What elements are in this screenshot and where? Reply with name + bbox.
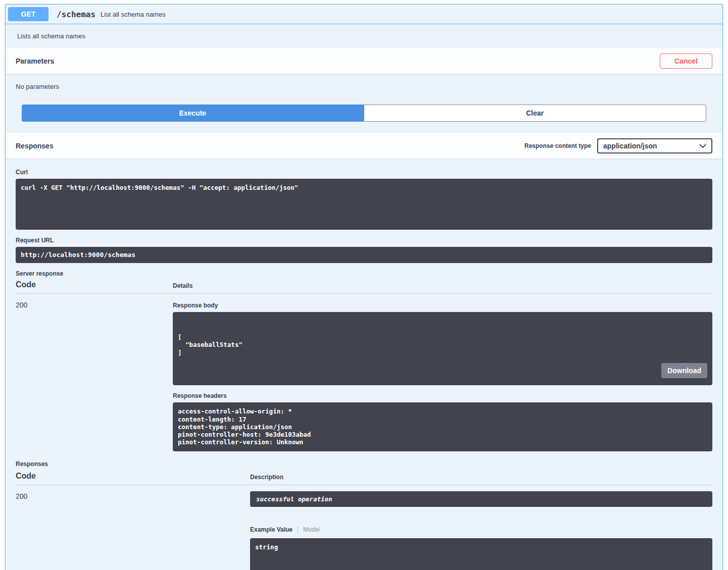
model-example-tabs: Example Value Model: [250, 526, 712, 533]
parameters-title: Parameters: [16, 57, 54, 65]
documented-responses-label: Responses: [16, 460, 712, 468]
server-response-table: Code Details 200 Response body [ "baseba…: [16, 280, 712, 451]
clear-button[interactable]: Clear: [364, 105, 707, 122]
server-response-table-header: Code Details: [16, 280, 712, 294]
response-description: successful operation: [250, 491, 712, 507]
responses-title: Responses: [16, 142, 54, 150]
documented-table-header: Code Description: [16, 472, 712, 485]
documented-responses-table: Code Description 200 successful operatio…: [16, 472, 712, 570]
server-response-row: 200 Response body [ "baseballStats" ] Do…: [16, 294, 712, 451]
curl-label: Curl: [16, 169, 712, 176]
opblock-get-schemas: GET /schemas List all schema names Lists…: [5, 4, 723, 570]
example-value-content: string: [250, 538, 712, 570]
response-content-type-label: Response content type: [524, 142, 591, 149]
cancel-button[interactable]: Cancel: [660, 54, 712, 69]
response-content-type-wrap: Response content type application/json: [524, 138, 712, 153]
endpoint-summary: List all schema names: [101, 11, 166, 18]
download-button[interactable]: Download: [661, 363, 707, 378]
doc-description-column-header: Description: [250, 474, 712, 481]
tab-example-value[interactable]: Example Value: [250, 526, 293, 533]
response-body-block: [ "baseballStats" ] Download: [173, 312, 712, 385]
documented-response-row: 200 successful operation Example Value M…: [16, 485, 712, 570]
execute-button[interactable]: Execute: [22, 105, 364, 122]
parameters-header: Parameters Cancel: [6, 48, 722, 74]
response-body-content: [ "baseballStats" ]: [178, 333, 707, 357]
details-column-header: Details: [173, 282, 712, 289]
tab-model[interactable]: Model: [303, 526, 320, 533]
endpoint-description: Lists all schema names: [6, 24, 722, 48]
response-content-type-select[interactable]: application/json: [597, 138, 712, 153]
documented-status-code: 200: [16, 491, 250, 570]
server-response-status-code: 200: [16, 300, 173, 451]
response-headers-label: Response headers: [173, 392, 712, 399]
curl-command: curl -X GET "http://localhost:9000/schem…: [16, 179, 712, 230]
execute-wrapper: Execute Clear: [6, 105, 722, 133]
method-badge: GET: [8, 7, 48, 21]
server-response-details: Response body [ "baseballStats" ] Downlo…: [173, 300, 712, 451]
endpoint-path: /schemas: [54, 10, 95, 19]
response-headers-content: access-control-allow-origin: * content-l…: [173, 402, 712, 451]
responses-body: Curl curl -X GET "http://localhost:9000/…: [6, 159, 722, 570]
server-response-label: Server response: [16, 270, 712, 277]
response-content-type-select-wrap: application/json: [597, 138, 712, 153]
documented-response-details: successful operation Example Value Model…: [250, 491, 712, 570]
request-url-value: http://localhost:9000/schemas: [16, 247, 712, 263]
opblock-summary[interactable]: GET /schemas List all schema names: [6, 5, 722, 24]
responses-header: Responses Response content type applicat…: [6, 133, 722, 159]
tab-divider: [298, 526, 298, 533]
doc-code-column-header: Code: [16, 472, 250, 481]
no-parameters-message: No parameters: [6, 74, 722, 105]
request-url-label: Request URL: [16, 237, 712, 244]
code-column-header: Code: [16, 280, 173, 289]
response-body-label: Response body: [173, 302, 712, 309]
